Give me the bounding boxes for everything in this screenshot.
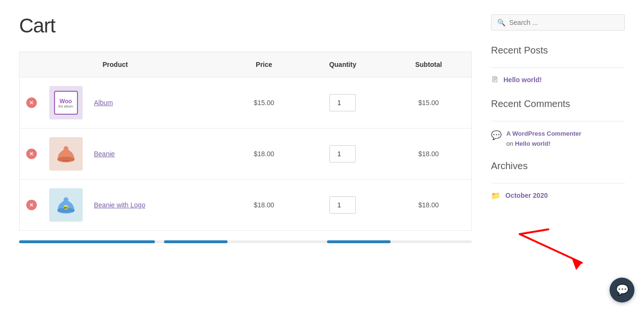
woo-text: Woo bbox=[60, 98, 72, 105]
search-box: 🔍 bbox=[491, 14, 625, 31]
thumb-cell-beanie-logo: WC bbox=[44, 180, 88, 231]
product-name-cell-album: Album bbox=[88, 77, 229, 129]
search-icon: 🔍 bbox=[497, 19, 505, 26]
remove-cell bbox=[20, 129, 44, 180]
remove-beanie-button[interactable] bbox=[26, 149, 37, 159]
recent-comments-divider bbox=[491, 121, 625, 121]
recent-posts-divider bbox=[491, 67, 625, 68]
table-header-row: Product Price Quantity Subtotal bbox=[20, 52, 472, 77]
table-row: Beanie $18.00 $18.00 bbox=[20, 129, 472, 180]
recent-posts-title: Recent Posts bbox=[491, 45, 625, 60]
price-cell-beanie: $18.00 bbox=[229, 129, 300, 180]
quantity-input-beanie[interactable] bbox=[329, 145, 356, 162]
quantity-cell-album bbox=[300, 77, 386, 129]
quantity-input-album[interactable] bbox=[329, 94, 356, 111]
scrollbar-track bbox=[19, 240, 472, 243]
svg-point-8 bbox=[64, 197, 68, 202]
recent-post-item: 🖹 Hello world! bbox=[491, 75, 625, 89]
quantity-cell-beanie-logo bbox=[300, 180, 386, 231]
quantity-input-beanie-logo[interactable] bbox=[329, 196, 356, 214]
october-2020-link[interactable]: October 2020 bbox=[505, 192, 548, 199]
quantity-cell-beanie bbox=[300, 129, 386, 180]
product-thumbnail-beanie bbox=[49, 137, 83, 171]
svg-text:WC: WC bbox=[64, 206, 68, 209]
hello-world-post-link[interactable]: Hello world! bbox=[503, 76, 542, 84]
table-row: WC Beanie with Logo $18.00 $18.00 bbox=[20, 180, 472, 231]
scrollbar-thumb-3[interactable] bbox=[327, 240, 391, 243]
scrollbar-thumb[interactable] bbox=[19, 240, 155, 243]
comment-item: 💬 A WordPress Commenter on Hello world! bbox=[491, 129, 625, 149]
beanie-link[interactable]: Beanie bbox=[94, 150, 115, 158]
page-title: Cart bbox=[19, 14, 472, 37]
remove-beanie-logo-button[interactable] bbox=[26, 200, 37, 210]
subtotal-cell-album: $15.00 bbox=[386, 77, 472, 129]
archive-item: 📁 October 2020 bbox=[491, 191, 625, 200]
archives-section: Archives 📁 October 2020 bbox=[491, 161, 625, 200]
archives-title: Archives bbox=[491, 161, 625, 175]
beanie-logo-svg: WC bbox=[54, 193, 78, 217]
page-wrapper: Cart Product Price Quantity Subtotal bbox=[0, 0, 644, 258]
comment-icon: 💬 bbox=[491, 130, 502, 140]
price-cell-beanie-logo: $18.00 bbox=[229, 180, 300, 231]
col-subtotal-header: Subtotal bbox=[386, 52, 472, 77]
product-thumbnail-album: Woo the album bbox=[49, 86, 83, 119]
comment-on-text: on bbox=[506, 140, 515, 147]
remove-cell bbox=[20, 180, 44, 231]
remove-album-button[interactable] bbox=[26, 97, 37, 108]
col-quantity-header: Quantity bbox=[300, 52, 386, 77]
recent-posts-section: Recent Posts 🖹 Hello world! bbox=[491, 45, 625, 89]
svg-rect-4 bbox=[63, 160, 69, 161]
col-product-header: Product bbox=[88, 52, 229, 77]
subtotal-cell-beanie: $18.00 bbox=[386, 129, 472, 180]
beanie-svg bbox=[54, 142, 78, 166]
search-input[interactable] bbox=[509, 19, 619, 26]
col-price-header: Price bbox=[229, 52, 300, 77]
col-remove-header bbox=[20, 52, 44, 77]
table-row: Woo the album Album $15.00 $15.00 bbox=[20, 77, 472, 129]
woo-subtext: the album bbox=[58, 105, 73, 108]
thumb-cell-album: Woo the album bbox=[44, 77, 88, 129]
beanie-logo-link[interactable]: Beanie with Logo bbox=[94, 201, 145, 209]
archive-folder-icon: 📁 bbox=[491, 191, 501, 200]
product-name-cell-beanie-logo: Beanie with Logo bbox=[88, 180, 229, 231]
sidebar: 🔍 Recent Posts 🖹 Hello world! Recent Com… bbox=[491, 14, 625, 243]
archives-divider bbox=[491, 183, 625, 183]
price-cell-album: $15.00 bbox=[229, 77, 300, 129]
product-name-cell-beanie: Beanie bbox=[88, 129, 229, 180]
comment-post-link[interactable]: Hello world! bbox=[515, 140, 550, 147]
thumb-cell-beanie bbox=[44, 129, 88, 180]
remove-cell bbox=[20, 77, 44, 129]
post-icon: 🖹 bbox=[491, 75, 499, 84]
col-thumb-header bbox=[44, 52, 88, 77]
recent-comments-title: Recent Comments bbox=[491, 98, 625, 113]
comment-text: A WordPress Commenter on Hello world! bbox=[506, 129, 581, 149]
album-link[interactable]: Album bbox=[94, 99, 113, 107]
scrollbar-thumb-2[interactable] bbox=[164, 240, 228, 243]
main-content: Cart Product Price Quantity Subtotal bbox=[19, 14, 472, 243]
woo-logo: Woo the album bbox=[54, 91, 78, 115]
recent-comments-section: Recent Comments 💬 A WordPress Commenter … bbox=[491, 98, 625, 149]
commenter-link[interactable]: A WordPress Commenter bbox=[506, 130, 581, 137]
product-thumbnail-beanie-logo: WC bbox=[49, 188, 83, 222]
svg-point-3 bbox=[64, 146, 68, 151]
cart-table: Product Price Quantity Subtotal Woo bbox=[19, 52, 472, 231]
subtotal-cell-beanie-logo: $18.00 bbox=[386, 180, 472, 231]
